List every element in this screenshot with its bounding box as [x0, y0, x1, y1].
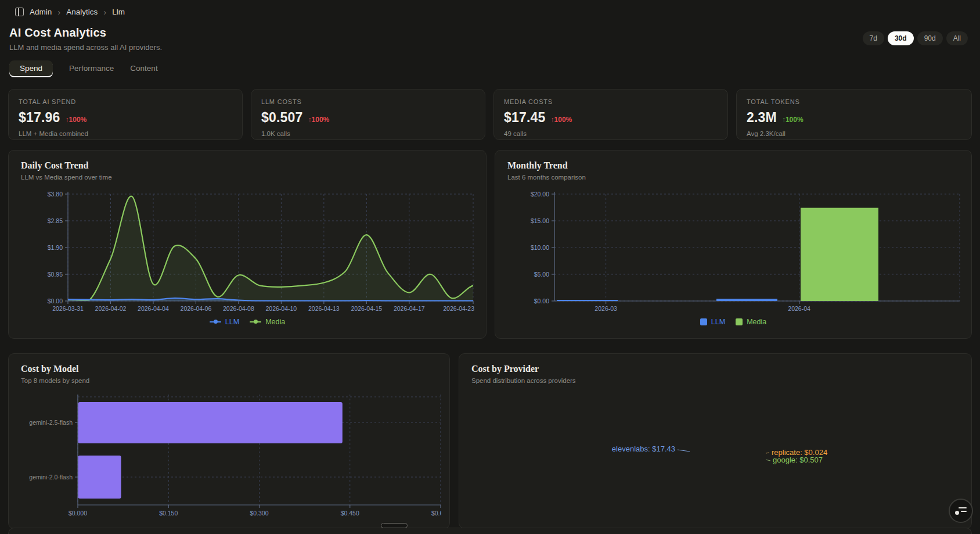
breadcrumb-admin[interactable]: Admin	[30, 8, 52, 16]
stat-value: 2.3M	[747, 110, 777, 126]
legend-label: LLM	[225, 318, 239, 326]
chart-subtitle: LLM vs Media spend over time	[21, 174, 474, 181]
stat-card-total-ai-spend: TOTAL AI SPEND $17.96 ↑100% LLM + Media …	[8, 89, 243, 140]
stat-subtext: 49 calls	[504, 130, 718, 137]
legend-item-media[interactable]: Media	[250, 318, 285, 326]
range-30d-button[interactable]: 30d	[888, 31, 914, 45]
svg-text:2026-04-15: 2026-04-15	[351, 305, 382, 312]
tab-performance[interactable]: Performance	[69, 60, 114, 76]
stat-delta: ↑100%	[782, 116, 804, 124]
stat-card-media-costs: MEDIA COSTS $17.45 ↑100% 49 calls	[493, 89, 728, 140]
chart-title: Monthly Trend	[507, 160, 959, 171]
tab-content[interactable]: Content	[130, 60, 157, 76]
legend-label: Media	[265, 318, 285, 326]
svg-text:$15.00: $15.00	[531, 217, 549, 224]
chart-subtitle: Top 8 models by spend	[21, 377, 437, 384]
svg-text:gemini-2.0-flash: gemini-2.0-flash	[29, 474, 73, 481]
legend-item-llm[interactable]: LLM	[210, 318, 239, 326]
svg-text:$0.00: $0.00	[48, 298, 63, 304]
next-row-card-edge	[8, 528, 972, 534]
legend-item-llm[interactable]: LLM	[700, 318, 725, 326]
svg-text:2026-04-02: 2026-04-02	[95, 305, 127, 312]
assistant-widget-button[interactable]	[949, 499, 973, 523]
stat-label: MEDIA COSTS	[504, 98, 718, 105]
page-title: AI Cost Analytics	[9, 26, 106, 40]
label-google: google: $0.507	[773, 456, 823, 464]
cost-by-model-card: Cost by Model Top 8 models by spend $0.0…	[8, 353, 450, 529]
assistant-widget-icon	[955, 507, 967, 515]
stat-subtext: LLM + Media combined	[19, 130, 232, 137]
stat-value: $0.507	[261, 110, 303, 126]
daily-cost-trend-chart: $3.80$2.85$1.90$0.95$0.002026-03-312026-…	[18, 185, 474, 317]
svg-text:$2.85: $2.85	[48, 217, 63, 224]
media-bar-2026-04	[801, 208, 878, 301]
stat-subtext: Avg 2.3K/call	[747, 130, 961, 137]
daily-chart-legend: LLM Media	[9, 318, 486, 326]
llm-bar-2026-04	[716, 299, 777, 301]
stat-label: TOTAL TOKENS	[747, 98, 961, 105]
breadcrumb-analytics[interactable]: Analytics	[66, 8, 98, 16]
svg-text:$0.600: $0.600	[431, 510, 441, 517]
svg-text:$0.150: $0.150	[159, 510, 178, 517]
svg-text:$0.95: $0.95	[48, 271, 63, 278]
horizontal-scrollbar-thumb[interactable]	[381, 523, 408, 528]
svg-text:$0.000: $0.000	[69, 510, 87, 517]
range-90d-button[interactable]: 90d	[917, 31, 943, 45]
llm-line-marker	[210, 321, 221, 323]
media-area	[68, 196, 473, 301]
svg-text:2026-04-17: 2026-04-17	[394, 305, 425, 312]
svg-text:2026-04-08: 2026-04-08	[223, 305, 254, 312]
stat-label: TOTAL AI SPEND	[19, 98, 232, 105]
chart-subtitle: Last 6 months comparison	[507, 174, 959, 181]
tab-bar: Spend Performance Content	[9, 60, 158, 76]
legend-item-media[interactable]: Media	[736, 318, 766, 326]
stat-subtext: 1.0K calls	[261, 130, 475, 137]
llm-square-marker	[700, 318, 707, 325]
llm-bar-2026-03	[557, 300, 618, 301]
legend-label: Media	[747, 318, 766, 326]
model-bar-gemini-2.0-flash	[78, 456, 121, 499]
ai-cost-analytics-page: { "breadcrumb": { "items": ["Admin", "An…	[0, 0, 980, 534]
chart-title: Cost by Model	[21, 364, 437, 374]
svg-text:$3.80: $3.80	[48, 191, 63, 198]
svg-text:2026-04-10: 2026-04-10	[266, 305, 297, 312]
svg-text:$0.00: $0.00	[534, 298, 549, 304]
svg-text:2026-03: 2026-03	[595, 305, 617, 312]
stat-delta: ↑100%	[66, 116, 87, 124]
monthly-trend-chart: $20.00$15.00$10.00$5.00$0.002026-032026-…	[505, 185, 961, 317]
stat-card-llm-costs: LLM COSTS $0.507 ↑100% 1.0K calls	[251, 89, 485, 140]
media-square-marker	[736, 318, 743, 325]
stat-delta: ↑100%	[308, 116, 330, 124]
stat-label: LLM COSTS	[261, 98, 475, 105]
media-line-marker	[250, 321, 261, 323]
label-elevenlabs: elevenlabs: $17.43	[612, 445, 675, 453]
page-subtitle: LLM and media spend across all AI provid…	[9, 43, 162, 52]
svg-text:2026-04-04: 2026-04-04	[138, 305, 169, 312]
tab-spend[interactable]: Spend	[9, 60, 53, 76]
svg-text:2026-04-13: 2026-04-13	[308, 305, 340, 312]
stat-value: $17.96	[19, 110, 60, 126]
stat-card-total-tokens: TOTAL TOKENS 2.3M ↑100% Avg 2.3K/call	[736, 89, 972, 140]
svg-text:2026-04: 2026-04	[788, 305, 810, 312]
svg-text:$1.90: $1.90	[48, 244, 63, 251]
svg-text:2026-04-23: 2026-04-23	[443, 305, 474, 312]
cost-by-provider-card: Cost by Provider Spend distribution acro…	[459, 353, 972, 529]
legend-label: LLM	[711, 318, 725, 326]
daily-cost-trend-card: Daily Cost Trend LLM vs Media spend over…	[8, 150, 487, 339]
model-bar-gemini-2.5-flash	[78, 402, 343, 443]
svg-text:$0.450: $0.450	[341, 510, 359, 517]
svg-text:gemini-2.5-flash: gemini-2.5-flash	[29, 419, 73, 426]
range-7d-button[interactable]: 7d	[863, 31, 884, 45]
svg-text:2026-03-31: 2026-03-31	[52, 305, 84, 312]
monthly-chart-legend: LLM Media	[495, 318, 971, 326]
sidebar-toggle-icon[interactable]	[15, 8, 24, 16]
chart-title: Cost by Provider	[471, 364, 959, 374]
range-all-button[interactable]: All	[946, 31, 968, 45]
breadcrumb-llm[interactable]: Llm	[112, 8, 125, 16]
chart-subtitle: Spend distribution across providers	[471, 377, 959, 384]
stat-delta: ↑100%	[551, 116, 572, 124]
svg-text:$10.00: $10.00	[531, 244, 549, 251]
chevron-right-icon: ›	[57, 8, 60, 16]
cost-by-provider-donut: elevenlabs: $17.43replicate: $0.024googl…	[459, 384, 971, 528]
svg-text:2026-04-06: 2026-04-06	[181, 305, 212, 312]
